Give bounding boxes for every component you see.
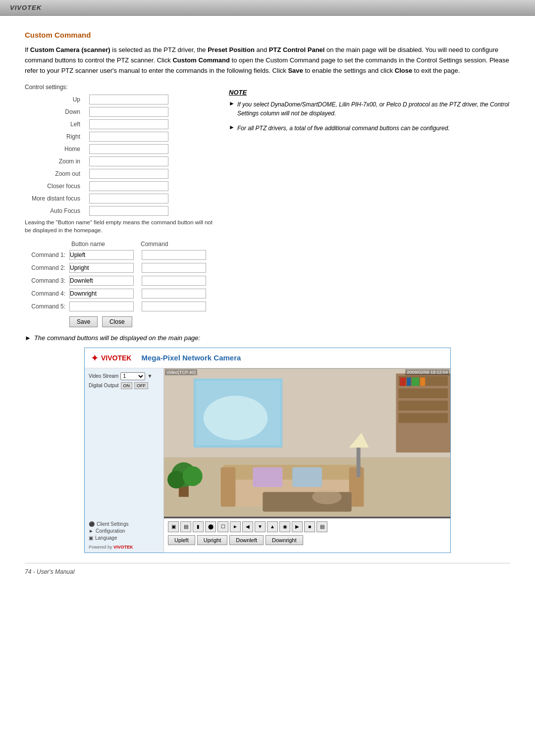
ptz-btn-1[interactable]: ▣ (168, 521, 179, 532)
control-label-2: Left (25, 121, 84, 128)
brand-name: VIVOTEK (10, 4, 42, 11)
ptz-btn-10[interactable]: ◉ (279, 521, 290, 532)
camera-logo: VIVOTEK (101, 354, 131, 362)
save-button[interactable]: Save (69, 316, 98, 327)
ptz-btn-4[interactable]: ⬤ (205, 521, 216, 532)
control-input-4[interactable] (89, 144, 168, 154)
preview-downright-btn[interactable]: Downright (266, 535, 303, 545)
do-on-btn[interactable]: ON (121, 382, 133, 389)
header-bar: VIVOTEK (0, 0, 535, 16)
svg-rect-17 (221, 467, 236, 506)
cmd-row-label-2: Command 3: (25, 277, 69, 284)
control-row: Down (25, 107, 214, 117)
cmd-command-input-4[interactable] (142, 302, 206, 311)
control-label-5: Zoom in (25, 158, 84, 165)
col-header-command: Command (139, 241, 208, 248)
ptz-icons: ▣ ▤ ▮ ⬤ ☐ ► ◀ ▼ ▲ ◉ ▶ ■ ▤ (168, 521, 446, 532)
cmd-name-input-0[interactable] (69, 250, 134, 260)
control-label-9: Auto Focus (25, 207, 84, 214)
preview-downleft-btn[interactable]: Downleft (229, 535, 264, 545)
control-input-7[interactable] (89, 181, 168, 191)
cmd-row: Command 3: (25, 276, 214, 286)
control-row: Closer focus (25, 181, 214, 191)
cmd-row-label-0: Command 1: (25, 252, 69, 258)
menu-label-2: Language (95, 535, 117, 541)
svg-point-28 (312, 489, 342, 504)
digital-output-row: Digital Output ON OFF (89, 382, 160, 389)
control-row: More distant focus (25, 194, 214, 203)
control-input-3[interactable] (89, 132, 168, 142)
note-items-container: ► If you select DynaDome/SmartDOME, Lili… (229, 100, 510, 133)
control-input-5[interactable] (89, 156, 168, 166)
control-label-4: Home (25, 146, 84, 152)
ptz-btn-12[interactable]: ■ (304, 521, 315, 532)
camera-feed: Video(TCP:40) 2009/02/06 18:12:04 (164, 368, 450, 518)
control-input-9[interactable] (89, 206, 168, 216)
ptz-btn-9[interactable]: ▲ (267, 521, 278, 532)
bullet-main-text: ► The command buttons will be displayed … (25, 334, 510, 342)
note-text-1: For all PTZ drivers, a total of five add… (237, 124, 450, 133)
camera-body: Video Stream 1 ▼ Digital Output ON OFF V… (85, 368, 450, 518)
svg-rect-23 (292, 467, 322, 487)
svg-rect-12 (407, 377, 411, 386)
svg-point-26 (167, 470, 185, 488)
sidebar-menu-item-2: ▣ Language (89, 535, 160, 541)
control-input-6[interactable] (89, 169, 168, 179)
cmd-name-input-2[interactable] (69, 276, 134, 286)
close-button[interactable]: Close (102, 316, 132, 327)
control-input-1[interactable] (89, 107, 168, 117)
preview-upleft-btn[interactable]: Upleft (168, 535, 195, 545)
note-item: ► For all PTZ drivers, a total of five a… (229, 124, 510, 133)
preview-cmd-buttons-row: Upleft Upright Downleft Downright (168, 535, 446, 545)
btn-row: Save Close (69, 316, 214, 327)
ptz-btn-3[interactable]: ▮ (193, 521, 204, 532)
note-box: NOTE ► If you select DynaDome/SmartDOME,… (229, 89, 510, 133)
control-rows-container: Up Down Left Right Home Zoom in Zoom out… (25, 95, 214, 216)
svg-point-27 (183, 466, 203, 486)
svg-rect-8 (398, 388, 448, 398)
sidebar-menu-item-0: ⚫ Client Settings (89, 521, 160, 527)
control-settings-label: Control settings: (25, 84, 214, 91)
control-input-8[interactable] (89, 194, 168, 203)
cmd-name-input-1[interactable] (69, 263, 134, 273)
cmd-row: Command 4: (25, 289, 214, 299)
stream-select[interactable]: 1 (120, 372, 145, 380)
control-label-3: Right (25, 133, 84, 140)
cmd-command-input-1[interactable] (142, 263, 206, 273)
ptz-btn-13[interactable]: ▤ (317, 521, 327, 532)
svg-rect-5 (204, 396, 268, 440)
cmd-row-label-1: Command 2: (25, 264, 69, 271)
ptz-btn-8[interactable]: ▼ (255, 521, 266, 532)
preview-upright-btn[interactable]: Upright (197, 535, 227, 545)
cmd-name-input-4[interactable] (69, 302, 134, 311)
ptz-btn-2[interactable]: ▤ (180, 521, 191, 532)
body-text: If Custom Camera (scanner) is selected a… (25, 45, 510, 76)
command-table: Button name Command Command 1: Command 2… (25, 241, 214, 311)
svg-rect-9 (398, 401, 448, 410)
feed-timestamp: 2009/02/06 18:12:04 (405, 369, 449, 375)
ptz-btn-11[interactable]: ▶ (292, 521, 303, 532)
ptz-btn-6[interactable]: ► (230, 521, 241, 532)
control-label-6: Zoom out (25, 170, 84, 177)
control-row: Up (25, 95, 214, 104)
ptz-btn-5[interactable]: ☐ (217, 521, 228, 532)
feed-label: Video(TCP:40) (165, 369, 197, 375)
cmd-command-input-2[interactable] (142, 276, 206, 286)
menu-icon-0: ⚫ (89, 521, 95, 527)
ptz-btn-7[interactable]: ◀ (242, 521, 253, 532)
cmd-command-input-3[interactable] (142, 289, 206, 299)
leaving-text: Leaving the "Button name" field empty me… (25, 218, 214, 234)
cmd-name-input-3[interactable] (69, 289, 134, 299)
svg-rect-14 (420, 377, 425, 386)
menu-icon-2: ▣ (89, 535, 93, 541)
control-row: Right (25, 132, 214, 142)
cmd-command-input-0[interactable] (142, 250, 206, 260)
camera-preview: ✦ VIVOTEK Mega-Pixel Network Camera Vide… (84, 348, 451, 553)
cmd-row: Command 2: (25, 263, 214, 273)
control-input-2[interactable] (89, 119, 168, 129)
control-label-8: More distant focus (25, 195, 84, 202)
svg-rect-20 (357, 448, 361, 477)
control-input-0[interactable] (89, 95, 168, 104)
control-label-7: Closer focus (25, 183, 84, 190)
do-off-btn[interactable]: OFF (134, 382, 148, 389)
